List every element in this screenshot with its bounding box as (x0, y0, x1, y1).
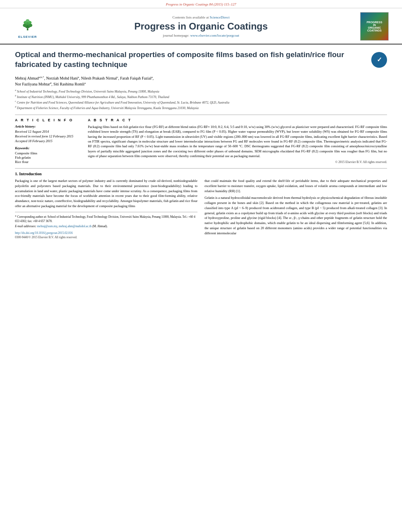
email-link-2[interactable]: mehraj.ahm@mahidol.ac.th (59, 224, 91, 228)
affiliation-c: c Centre for Nutrition and Food Sciences… (15, 100, 387, 105)
corresponding-author-note: * Corresponding author at: School of Ind… (15, 215, 197, 224)
article-info-column: A R T I C L E I N F O Article history: R… (15, 118, 80, 164)
article-content: Optical and thermo-mechanical properties… (0, 44, 402, 245)
journal-cover: PROGRESSINORGANICCOATINGS (359, 12, 390, 41)
journal-citation: Progress in Organic Coatings 84 (2015) 1… (0, 0, 402, 8)
body-two-col: Packaging is one of the largest market s… (15, 178, 387, 239)
intro-right-text-2: Gelatin is a natural hydrocolloidal macr… (205, 195, 387, 235)
email-note: E-mail addresses: mehraj@usm.my, mehraj.… (15, 224, 197, 228)
footnote-area: * Corresponding author at: School of Ind… (15, 212, 197, 229)
doi-link[interactable]: http://dx.doi.org/10.1016/j.porgcoat.201… (15, 231, 73, 235)
article-title: Optical and thermo-mechanical properties… (15, 50, 371, 69)
accepted-date: Accepted 18 February 2015 (15, 139, 80, 143)
affil-d-text: Department of Fisheries Science, Faculty… (17, 106, 199, 111)
section-title: Introduction (19, 172, 42, 176)
abstract-column: A B S T R A C T Packaging films based on… (88, 118, 387, 164)
journal-title: Progress in Organic Coatings (51, 21, 351, 32)
affil-a-text: School of Industrial Technology, Food Te… (17, 89, 159, 94)
affil-b-text: Institute of Nutrition (INMU), Mahidol U… (17, 95, 169, 100)
authors-line: Mehraj Ahmada,b,*, Norziah Mohd Hania, N… (15, 76, 387, 87)
svg-point-7 (26, 19, 29, 22)
separator-line (15, 115, 387, 115)
keyword-2: Fish gelatin (15, 156, 80, 159)
keyword-1: Composite films (15, 151, 80, 155)
introduction-section: 1. Introduction Packaging is one of the … (15, 172, 387, 239)
page-wrapper: Progress in Organic Coatings 84 (2015) 1… (0, 0, 402, 532)
intro-left-text: Packaging is one of the largest market s… (15, 178, 197, 209)
elsevier-logo (14, 15, 41, 34)
received-date: Received 12 August 2014 (15, 130, 80, 133)
svg-rect-0 (27, 28, 28, 30)
doi-line: http://dx.doi.org/10.1016/j.porgcoat.201… (15, 231, 197, 235)
article-info-heading: A R T I C L E I N F O (15, 118, 80, 122)
journal-header: ELSEVIER Contents lists available at Sci… (0, 8, 402, 44)
elsevier-logo-area: ELSEVIER (12, 15, 43, 39)
email-label: E-mail addresses: (15, 224, 36, 228)
elsevier-wordmark: ELSEVIER (18, 35, 37, 39)
revised-date: Received in revised form 12 February 201… (15, 134, 80, 138)
sciencedirect-link[interactable]: ScienceDirect (210, 15, 229, 19)
journal-cover-image: PROGRESSINORGANICCOATINGS (360, 12, 389, 41)
affiliation-b: b Institute of Nutrition (INMU), Mahidol… (15, 95, 387, 100)
body-left-col: Packaging is one of the largest market s… (15, 178, 197, 239)
intro-right-text: that could maintain the food quality and… (205, 178, 387, 193)
article-info-abstract: A R T I C L E I N F O Article history: R… (15, 118, 387, 164)
article-title-area: Optical and thermo-mechanical properties… (15, 50, 387, 72)
body-right-col: that could maintain the food quality and… (205, 178, 387, 239)
homepage-link-area: journal homepage: www.elsevier.com/locat… (51, 33, 351, 37)
keywords-title: Keywords: (15, 146, 80, 150)
history-title: Article history: (15, 124, 80, 128)
abstract-copyright: © 2015 Elsevier B.V. All rights reserved… (88, 160, 387, 164)
abstract-heading: A B S T R A C T (88, 118, 387, 122)
separator-line-2 (15, 168, 387, 169)
journal-center-info: Contents lists available at ScienceDirec… (43, 15, 359, 37)
affiliation-d: d Department of Fisheries Science, Facul… (15, 106, 387, 111)
affiliations: a School of Industrial Technology, Food … (15, 89, 387, 111)
svg-text:✓: ✓ (377, 56, 382, 63)
section-number: 1. (15, 172, 18, 176)
keyword-3: Rice flour (15, 160, 80, 164)
homepage-url[interactable]: www.elsevier.com/locate/porgcoat (190, 33, 239, 37)
contents-available: Contents lists available at ScienceDirec… (51, 15, 351, 19)
crossmark-badge[interactable]: ✓ (371, 52, 387, 68)
affiliation-a: a School of Industrial Technology, Food … (15, 89, 387, 94)
affil-c-text: Centre for Nutrition and Food Sciences, … (17, 100, 229, 105)
keywords-section: Keywords: Composite films Fish gelatin R… (15, 146, 80, 164)
article-history: Article history: Received 12 August 2014… (15, 124, 80, 143)
volume-info: Progress in Organic Coatings 84 (2015) 1… (166, 2, 236, 6)
abstract-text: Packaging films based on fish gelatin-ri… (88, 124, 387, 158)
email-link-1[interactable]: mehraj@usm.my (37, 224, 57, 228)
section-heading: 1. Introduction (15, 172, 387, 176)
issn-copyright: 0300-9440/© 2015 Elsevier B.V. All right… (15, 235, 197, 239)
